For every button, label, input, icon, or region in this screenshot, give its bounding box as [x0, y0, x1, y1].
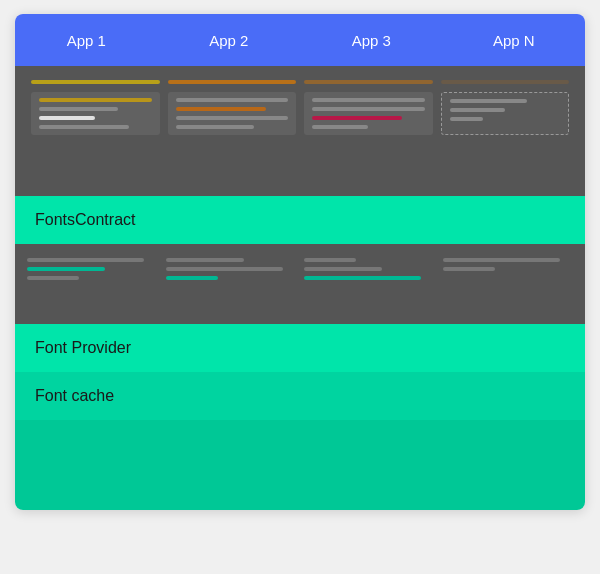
appn-block: [441, 92, 570, 135]
sep-col4: [443, 252, 574, 316]
font-cache-section: Font cache: [15, 372, 585, 420]
sep-line11: [443, 267, 495, 271]
apps-inner-grid: [15, 84, 585, 143]
app1-line3: [39, 116, 95, 120]
tab-app1[interactable]: App 1: [15, 24, 158, 57]
sep-line5: [166, 267, 283, 271]
app2-line1: [176, 98, 289, 102]
sep-col2: [166, 252, 297, 316]
sep-line2: [27, 267, 105, 271]
fonts-contract-section: FontsContract: [15, 196, 585, 244]
diagram: App 1 App 2 App 3 App N: [15, 14, 585, 510]
app3-line3: [312, 116, 402, 120]
fonts-contract-label: FontsContract: [35, 211, 135, 229]
sep-line1: [27, 258, 144, 262]
sep-line3: [27, 276, 79, 280]
apps-area: [15, 66, 585, 196]
line-col2: [168, 80, 297, 84]
app2-line4: [176, 125, 255, 129]
app2-block: [168, 92, 297, 135]
app3-line1: [312, 98, 425, 102]
app1-line2: [39, 107, 118, 111]
sep-line4: [166, 258, 244, 262]
app-tabs-bar: App 1 App 2 App 3 App N: [15, 14, 585, 66]
tab-app3[interactable]: App 3: [300, 24, 443, 57]
font-cache-label: Font cache: [35, 387, 114, 405]
appn-line2: [450, 108, 505, 112]
font-provider-section: Font Provider: [15, 324, 585, 372]
sep-col1: [27, 252, 158, 316]
sep-line6: [166, 276, 218, 280]
tab-app3-label: App 3: [352, 32, 391, 49]
app2-line3: [176, 116, 289, 120]
font-provider-label: Font Provider: [35, 339, 131, 357]
page: App 1 App 2 App 3 App N: [0, 0, 600, 574]
tab-app2[interactable]: App 2: [158, 24, 301, 57]
app2-line2: [176, 107, 266, 111]
appn-line3: [450, 117, 483, 121]
tab-appn-label: App N: [493, 32, 535, 49]
sep-line8: [304, 267, 382, 271]
app3-line2: [312, 107, 425, 111]
tab-appn[interactable]: App N: [443, 24, 586, 57]
line-col4: [441, 80, 570, 84]
app1-line1: [39, 98, 152, 102]
tab-app1-label: App 1: [67, 32, 106, 49]
app1-line4: [39, 125, 129, 129]
fonts-contract-row: FontsContract: [15, 196, 585, 244]
sep-col3: [304, 252, 435, 316]
line-col3: [304, 80, 433, 84]
top-accent-lines: [15, 76, 585, 84]
app1-block: [31, 92, 160, 135]
line-col1: [31, 80, 160, 84]
font-provider-row: Font Provider: [15, 324, 585, 372]
sep-line10: [443, 258, 560, 262]
app3-block: [304, 92, 433, 135]
font-cache-row: Font cache: [15, 372, 585, 420]
tab-app2-label: App 2: [209, 32, 248, 49]
bottom-green-area: [15, 420, 585, 510]
dark-separator: [15, 244, 585, 324]
sep-line9: [304, 276, 421, 280]
appn-line1: [450, 99, 527, 103]
app3-line4: [312, 125, 368, 129]
sep-line7: [304, 258, 356, 262]
